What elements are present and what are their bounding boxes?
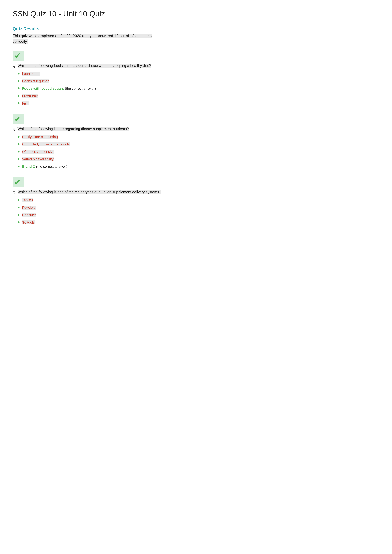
checkmark-container-3: ✔: [13, 177, 161, 188]
bullet-icon-q1a1: ●: [17, 71, 20, 76]
answer-text-wrap-q3a4: Softgels: [22, 220, 35, 225]
answer-text-q1a5: Fish: [22, 101, 29, 105]
answer-item-q1a2: ●Beans & legumes: [17, 78, 161, 84]
answer-item-q2a3: ●Often less expensive: [17, 149, 161, 154]
answer-text-wrap-q1a2: Beans & legumes: [22, 78, 49, 84]
answer-text-wrap-q1a5: Fish: [22, 101, 29, 106]
answer-text-wrap-q1a4: Fresh fruit: [22, 93, 38, 98]
bullet-icon-q1a2: ●: [17, 78, 20, 83]
answer-item-q2a4: ●Varied bioavailability: [17, 157, 161, 162]
checkmark-icon-3: ✔: [14, 178, 21, 187]
answer-text-q2a4: Varied bioavailability: [22, 157, 54, 161]
question-label-3: Q:: [13, 190, 18, 194]
answer-text-wrap-q3a1: Tablets: [22, 198, 33, 203]
question-block-3: ✔Q: Which of the following is one of the…: [13, 177, 161, 225]
answer-text-wrap-q2a5: B and C (the correct answer): [22, 164, 67, 169]
checkmark-container-1: ✔: [13, 51, 161, 62]
checkmark-container-2: ✔: [13, 114, 161, 125]
bullet-icon-q1a4: ●: [17, 93, 20, 98]
question-text-wrap-3: Q: Which of the following is one of the …: [13, 189, 161, 195]
answer-item-q1a5: ●Fish: [17, 101, 161, 106]
bullet-icon-q2a2: ●: [17, 142, 20, 146]
answer-item-q2a2: ●Controlled, consistent amounts: [17, 142, 161, 147]
question-text-1: Which of the following foods is not a so…: [18, 64, 151, 68]
bullet-icon-q3a4: ●: [17, 220, 20, 224]
answer-text-q1a1: Lean meats: [22, 72, 40, 76]
answer-text-wrap-q2a3: Often less expensive: [22, 149, 54, 154]
correct-label-q1a3: (the correct answer): [64, 87, 96, 90]
answer-text-q2a3: Often less expensive: [22, 150, 54, 154]
answer-list-3: ●Tablets●Powders●Capsules●Softgels: [17, 198, 161, 225]
questions-container: ✔Q: Which of the following foods is not …: [13, 51, 161, 225]
bullet-icon-q3a1: ●: [17, 198, 20, 202]
bullet-icon-q2a3: ●: [17, 149, 20, 154]
quiz-summary: This quiz was completed on Jul 28, 2020 …: [13, 34, 152, 44]
bullet-icon-q3a2: ●: [17, 205, 20, 210]
answer-text-wrap-q1a1: Lean meats: [22, 71, 40, 76]
bullet-icon-q2a5: ●: [17, 164, 20, 168]
answer-text-wrap-q3a3: Capsules: [22, 212, 37, 218]
quiz-summary-wrap: This quiz was completed on Jul 28, 2020 …: [13, 33, 161, 44]
checkmark-icon-2: ✔: [14, 114, 21, 124]
answer-text-wrap-q1a3: Foods with added sugars (the correct ans…: [22, 86, 96, 91]
answer-text-wrap-q3a2: Powders: [22, 205, 36, 210]
question-block-2: ✔Q: Which of the following is true regar…: [13, 114, 161, 169]
correct-label-q2a5: (the correct answer): [35, 165, 67, 168]
answer-item-q2a5: ●B and C (the correct answer): [17, 164, 161, 169]
answer-text-q1a2: Beans & legumes: [22, 79, 49, 83]
question-text-3: Which of the following is one of the maj…: [18, 190, 161, 194]
answer-item-q3a3: ●Capsules: [17, 212, 161, 218]
answer-text-wrap-q2a4: Varied bioavailability: [22, 157, 54, 162]
answer-text-q1a4: Fresh fruit: [22, 94, 38, 98]
answer-text-q3a3: Capsules: [22, 213, 37, 217]
answer-item-q3a4: ●Softgels: [17, 220, 161, 225]
question-label-1: Q:: [13, 64, 18, 68]
question-text-wrap-1: Q: Which of the following foods is not a…: [13, 63, 161, 69]
bullet-icon-q1a5: ●: [17, 101, 20, 105]
answer-text-q2a1: Costly, time consuming: [22, 135, 58, 139]
answer-item-q1a4: ●Fresh fruit: [17, 93, 161, 98]
answer-text-q2a2: Controlled, consistent amounts: [22, 142, 70, 146]
question-text-wrap-2: Q: Which of the following is true regard…: [13, 126, 161, 132]
correct-answer-text-q1a3: Foods with added sugars: [22, 87, 64, 90]
answer-item-q1a1: ●Lean meats: [17, 71, 161, 76]
answer-item-q2a1: ●Costly, time consuming: [17, 134, 161, 139]
bullet-icon-q2a1: ●: [17, 134, 20, 139]
answer-item-q1a3: ●Foods with added sugars (the correct an…: [17, 86, 161, 91]
checkmark-icon-1: ✔: [14, 51, 21, 60]
checkmark-3: ✔: [13, 177, 24, 187]
bullet-icon-q2a4: ●: [17, 157, 20, 161]
bullet-icon-q1a3: ●: [17, 86, 20, 90]
answer-text-q3a2: Powders: [22, 206, 36, 210]
answer-item-q3a1: ●Tablets: [17, 198, 161, 203]
answer-item-q3a2: ●Powders: [17, 205, 161, 210]
page-title: SSN Quiz 10 - Unit 10 Quiz: [13, 9, 161, 20]
section-title: Quiz Results: [13, 26, 161, 31]
answer-text-wrap-q2a2: Controlled, consistent amounts: [22, 142, 70, 147]
correct-answer-text-q2a5: B and C: [22, 165, 35, 168]
answer-text-q3a4: Softgels: [22, 221, 35, 224]
question-text-2: Which of the following is true regarding…: [18, 127, 129, 131]
bullet-icon-q3a3: ●: [17, 212, 20, 217]
checkmark-2: ✔: [13, 114, 24, 124]
question-label-2: Q:: [13, 127, 18, 131]
answer-text-wrap-q2a1: Costly, time consuming: [22, 134, 58, 139]
answer-text-q3a1: Tablets: [22, 198, 33, 202]
answer-list-1: ●Lean meats●Beans & legumes●Foods with a…: [17, 71, 161, 106]
checkmark-1: ✔: [13, 51, 24, 61]
question-block-1: ✔Q: Which of the following foods is not …: [13, 51, 161, 106]
answer-list-2: ●Costly, time consuming●Controlled, cons…: [17, 134, 161, 169]
